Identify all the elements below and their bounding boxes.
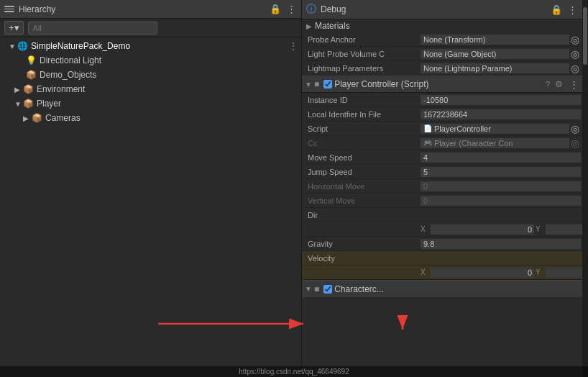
search-input[interactable] [28,22,157,35]
dir-x-input[interactable] [431,224,534,235]
velocity-x-axis: X [421,268,429,276]
dir-label: Dir [302,211,421,219]
dir-x-field: X [421,224,534,235]
cc-player-icon: 🎮 [423,139,432,147]
environment-label: Environment [37,84,85,94]
lightmap-row: Lightmap Parameters None (Lightmap Param… [302,61,582,76]
tree-item-environment[interactable]: ▶ 📦 Environment [0,82,301,96]
velocity-label: Velocity [302,254,421,263]
script-value: 📄 PlayerController [421,124,569,134]
horizontal-move-row: Horizontal Move 0 [302,179,582,194]
tree-item-demoobjects[interactable]: ▶ 📦 Demo_Objects [0,68,301,82]
jump-speed-value: 5 [421,167,581,177]
cc-value: 🎮 Player (Character Con [421,138,569,148]
player-icon: 📦 [23,98,35,109]
component-settings-icon[interactable]: ⚙ [555,79,563,89]
inspector-panel: ⓘ Debug 🔒 ⋮ ▶ Materials Probe Anchor Non… [302,0,582,377]
menu-icon[interactable] [4,6,14,12]
hierarchy-title: Hierarchy [19,4,265,14]
jump-speed-row: Jump Speed 5 [302,165,582,179]
scrollbar-track[interactable] [582,0,588,377]
inspector-more-icon[interactable]: ⋮ [566,4,578,15]
velocity-xyz-fields: X Y Z [421,268,582,278]
arrow-simplenature[interactable]: ▼ [9,42,17,50]
hierarchy-tree: ▼ 🌐 SimpleNaturePack_Demo ⋮ ▶ 💡 Directio… [0,37,301,377]
probe-anchor-btn[interactable]: ◎ [571,34,579,45]
more-icon[interactable]: ⋮ [285,4,297,14]
move-speed-label: Move Speed [302,153,421,162]
dir-xyz-row: X Y Z [302,222,582,237]
script-btn[interactable]: ◎ [571,123,579,135]
character-checkbox[interactable] [323,285,332,294]
tree-item-simplenature[interactable]: ▼ 🌐 SimpleNaturePack_Demo ⋮ [0,39,301,53]
character-title: Characterc... [334,284,579,294]
dir-xyz-fields: X Y Z [421,224,582,235]
component-help-icon[interactable]: ? [546,80,550,88]
cc-label: Cc [302,139,421,147]
move-speed-value: 4 [421,153,581,163]
component-checkbox[interactable] [323,80,332,88]
character-square: ■ [314,284,319,294]
inspector-title: Debug [321,4,346,14]
cc-row: Cc 🎮 Player (Character Con ◎ [302,136,582,150]
velocity-y-input[interactable] [546,268,582,278]
local-id-label: Local Identfier In File [302,110,421,119]
inspector-lock-icon[interactable]: 🔒 [551,4,562,15]
move-speed-row: Move Speed 4 [302,150,582,165]
cameras-label: Cameras [45,113,81,123]
component-title: Player Controller (Script) [334,79,543,89]
local-id-value: 1672238664 [421,109,581,119]
cc-btn[interactable]: ◎ [571,137,579,149]
character-component-header: ▼ ■ Characterc... [302,280,582,297]
script-row: Script 📄 PlayerController ◎ [302,122,582,136]
probe-anchor-label: Probe Anchor [302,35,421,44]
tree-item-player[interactable]: ▼ 📦 Player [0,96,301,111]
dir-y-field: Y [536,224,582,235]
demoobjects-label: Demo_Objects [40,70,96,80]
materials-section: ▶ Materials [302,19,582,32]
velocity-y-axis: Y [536,268,544,276]
lightmap-value: None (Lightmap Parame) [421,63,569,73]
debug-icon: ⓘ [306,3,316,16]
scene-icon: 🌐 [17,40,29,52]
velocity-x-input[interactable] [431,268,534,278]
arrow-environment[interactable]: ▶ [14,86,23,94]
light-probe-label: Light Probe Volume C [302,50,421,58]
gravity-row: Gravity 9.8 [302,237,582,251]
lock-icon[interactable]: 🔒 [270,4,281,14]
dir-y-input[interactable] [546,224,582,235]
player-controller-header: ▼ ■ Player Controller (Script) ? ⚙ ⋮ [302,76,582,93]
materials-arrow[interactable]: ▶ [306,22,312,30]
dir-x-axis: X [421,225,429,233]
gravity-value: 9.8 [421,239,581,249]
simplenature-dots[interactable]: ⋮ [288,40,298,52]
velocity-y-field: Y [536,268,582,278]
dir-label-row: Dir [302,208,582,222]
vertical-move-row: Vertical Move 0 [302,194,582,208]
vertical-move-value: 0 [421,196,581,206]
player-label: Player [37,99,61,109]
light-probe-btn[interactable]: ◎ [571,48,579,60]
horizontal-move-value: 0 [421,181,581,191]
tree-item-directionallight[interactable]: ▶ 💡 Directional Light [0,53,301,68]
velocity-x-field: X [421,268,534,278]
character-arrow[interactable]: ▼ [305,285,312,293]
lightmap-btn[interactable]: ◎ [571,63,579,74]
watermark: https://blog.csdn.net/qq_46649692 [0,366,588,377]
arrow-cameras[interactable]: ▶ [23,114,32,122]
scrollbar-thumb[interactable] [583,7,587,65]
directionallight-label: Directional Light [40,55,101,65]
light-probe-row: Light Probe Volume C None (Game Object) … [302,47,582,61]
local-id-row: Local Identfier In File 1672238664 [302,107,582,122]
right-layout: ⓘ Debug 🔒 ⋮ ▶ Materials Probe Anchor Non… [302,0,588,377]
demoobjects-icon: 📦 [26,69,37,81]
component-more-icon[interactable]: ⋮ [568,79,579,90]
add-button[interactable]: +▾ [4,21,24,35]
tree-item-cameras[interactable]: ▶ 📦 Cameras [0,111,301,125]
velocity-xyz-row: X Y Z [302,265,582,280]
materials-label: Materials [315,21,350,31]
script-label: Script [302,124,421,133]
environment-icon: 📦 [23,83,35,95]
arrow-player[interactable]: ▼ [14,100,23,108]
component-arrow[interactable]: ▼ [305,81,312,88]
